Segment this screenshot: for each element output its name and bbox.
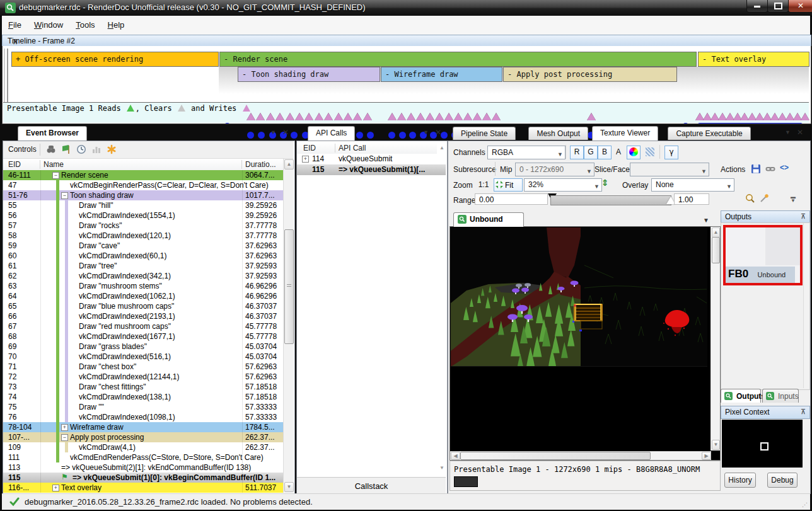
toolbar-overflow-icon[interactable]: ▬▼ [791,195,796,203]
scroll-up-icon[interactable]: ▲ [284,159,294,169]
tab-api-calls[interactable]: API Calls [308,126,355,141]
flip-y-icon[interactable]: ⇕ [601,178,609,188]
event-row[interactable]: 76vkCmdDrawIndexed(1098,1)57.33333 [3,412,283,422]
timeline-panel[interactable]: + Off-screen scene rendering- Render sce… [2,46,811,124]
bookmark-flag-icon[interactable] [61,144,71,154]
range-max-field[interactable]: 1.00 [674,193,709,205]
write-marker-triangle[interactable] [407,113,415,120]
write-marker-triangle[interactable] [454,113,463,120]
event-row[interactable]: 65Draw "blue mushroom caps"46.37037 [3,301,283,311]
scroll-up-icon[interactable]: ▲ [712,227,720,238]
event-list-header[interactable]: EID Name Duratio... [3,159,283,171]
range-min-field[interactable]: 0.00 [475,193,548,205]
event-row[interactable]: 115⚑=> vkQueueSubmit(1)[0]: vkBeginComma… [3,473,283,483]
overlay-select[interactable]: None▼ [651,178,734,192]
slice-face-select[interactable]: ▼ [630,163,709,176]
outputs-scrollbar[interactable] [803,223,809,388]
tab-event-browser[interactable]: Event Browser [18,126,87,141]
event-row[interactable]: 107-...−Apply post processing262.37... [3,432,283,442]
tab-capture-executable[interactable]: Capture Executable [668,127,750,140]
event-row[interactable]: 68vkCmdDrawIndexed(1677,1)45.77778 [3,331,283,342]
texture-viewport[interactable]: ▲ ▼ ◀ ▶ [450,226,721,461]
scrollbar-thumb[interactable] [712,237,720,263]
scroll-up-icon[interactable]: ▲ [439,145,444,151]
write-marker-triangle[interactable] [353,113,362,120]
tab-texture-unbound[interactable]: Unbound [453,212,524,227]
write-marker-triangle[interactable] [801,113,809,120]
autofit-wand-icon[interactable] [759,193,769,204]
write-marker-triangle[interactable] [295,113,304,120]
pixel-context-view[interactable] [722,420,803,468]
close-icon[interactable]: ✕ [282,128,289,137]
event-row[interactable]: 63Draw "mushroom stems"46.96296 [3,281,283,291]
tab-mesh-output[interactable]: Mesh Output [528,127,588,140]
write-marker-triangle[interactable] [246,113,255,120]
outputs-header[interactable]: Outputs ⊼ [721,210,810,224]
event-row[interactable]: 61Draw "tree"37.92593 [3,261,283,271]
event-row[interactable]: 71Draw "chest box"57.62963 [3,362,283,372]
callstack-section[interactable]: Callstack [297,477,446,493]
collapse-icon[interactable]: − [61,434,68,441]
event-row[interactable]: 56vkCmdDrawIndexed(1554,1)39.25926 [3,210,283,221]
save-icon[interactable] [751,164,761,174]
expand-icon[interactable]: + [61,424,68,431]
event-row[interactable]: 70vkCmdDrawIndexed(516,1)45.03704 [3,352,283,362]
timeline-marker-section[interactable]: - Render scene [219,52,697,67]
event-row[interactable]: 47vkCmdBeginRenderPass(C=Clear, D=Clear,… [3,180,283,190]
event-row[interactable]: 57Draw "rocks"37.77778 [3,221,283,231]
api-call-row[interactable]: +114vkQueueSubmit [297,154,446,164]
chevron-down-icon[interactable]: ▼ [423,129,429,135]
scrollbar-thumb[interactable] [460,452,651,460]
write-marker-triangle[interactable] [304,113,313,120]
checkerboard-icon[interactable] [643,146,657,159]
blue-channel-button[interactable]: B [598,146,612,159]
zoom-1to1-button[interactable]: 1:1 [475,178,492,192]
collapse-icon[interactable]: − [61,192,68,199]
timeline-marker-section[interactable]: + Off-screen scene rendering [11,52,219,67]
channels-select[interactable]: RGBA▼ [487,146,566,159]
minimize-button[interactable] [746,0,768,13]
tab-pipeline-state[interactable]: Pipeline State [453,127,516,140]
fb0-thumbnail[interactable]: FB0 Unbound [723,225,803,285]
event-row[interactable]: 69Draw "grass blades"45.03704 [3,342,283,352]
zoom-fit-button[interactable]: Fit [494,178,523,192]
menu-tools[interactable]: Tools [69,16,101,30]
expand-icon[interactable]: + [52,485,59,491]
viewer-vscrollbar[interactable]: ▲ ▼ [710,227,720,451]
expand-icon[interactable]: + [302,156,309,163]
event-row[interactable]: 111vkCmdEndRenderPass(C=Store, D=Store, … [3,452,283,462]
event-row[interactable]: 67Draw "red mushroom caps"45.77778 [3,321,283,331]
viewer-hscrollbar[interactable]: ◀ ▶ [450,451,711,460]
write-marker-triangle[interactable] [435,113,444,120]
write-marker-triangle[interactable] [276,113,284,120]
scroll-right-icon[interactable]: ▶ [702,452,711,460]
texture-list-dropdown-icon[interactable]: ▼ [703,217,709,224]
event-row[interactable]: 113=> vkQueueSubmit(2)[1]: vkEndCommandB… [3,462,283,473]
write-marker-triangle[interactable] [426,113,434,120]
statistics-chart-icon[interactable] [91,144,102,154]
write-marker-triangle[interactable] [444,113,453,120]
maximize-button[interactable] [767,0,789,13]
event-row[interactable]: 58vkCmdDrawIndexed(120,1)37.77778 [3,231,283,241]
alpha-channel-button[interactable]: A [612,146,625,159]
timeline-marker-subsection[interactable]: - Toon shading draw [238,67,380,82]
event-row[interactable]: 55Draw "hill"39.25926 [3,200,283,210]
close-icon[interactable]: ✕ [435,128,441,137]
green-channel-button[interactable]: G [584,146,598,159]
write-marker-triangle[interactable] [492,113,501,120]
scroll-down-icon[interactable]: ▼ [712,440,720,450]
write-marker-triangle[interactable] [363,113,372,120]
scroll-down-icon[interactable]: ▼ [284,482,294,492]
zoom-level-select[interactable]: 32%▼ [524,178,602,192]
scrollbar-thumb[interactable] [284,229,294,344]
red-channel-button[interactable]: R [570,146,584,159]
write-marker-triangle[interactable] [587,113,596,120]
event-list-scrollbar[interactable]: ▲ ▼ [283,159,294,493]
event-row[interactable]: 62vkCmdDrawIndexed(342,1)37.92593 [3,271,283,281]
pin-icon[interactable]: ⊼ [801,408,806,416]
timeline-marker-subsection[interactable]: - Apply post processing [503,67,677,82]
write-marker-triangle[interactable] [324,113,333,120]
find-icon[interactable] [46,144,56,154]
link-icon[interactable] [765,164,775,174]
texture-image[interactable] [451,227,707,367]
